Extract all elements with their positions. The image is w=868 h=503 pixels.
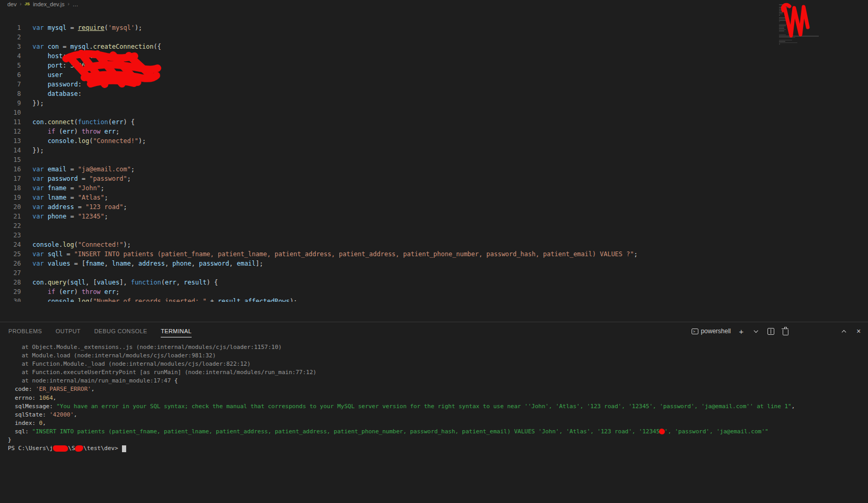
- terminal-icon: >: [692, 329, 698, 334]
- line-number: 27: [0, 268, 21, 278]
- editor-line: 11con.connect(function(err) {: [0, 117, 821, 127]
- code-text: var lname = "Atlas";: [32, 194, 108, 201]
- close-panel-button[interactable]: ×: [854, 327, 863, 335]
- editor-line: 21var phone = "12345";: [0, 212, 821, 221]
- terminal-line: at Module.load (node:internal/modules/cj…: [8, 352, 868, 360]
- line-number: 11: [0, 117, 21, 127]
- terminal-line: sqlMessage: "You have an error in your S…: [8, 402, 868, 411]
- code-text: var fname = "John";: [32, 184, 104, 192]
- terminal-text: at Function.executeUserEntryPoint [as ru…: [8, 369, 316, 376]
- line-number: 20: [0, 202, 21, 212]
- terminal-text: '42000': [49, 411, 73, 418]
- launch-profile-chevron-icon[interactable]: [752, 327, 760, 335]
- terminal-text: code:: [8, 386, 36, 392]
- terminal-text: at node:internal/main/run_main_module:17…: [8, 377, 174, 384]
- editor-line: 13 console.log("Connected!");: [0, 136, 821, 146]
- chevron-right-icon: ›: [20, 1, 21, 7]
- minimap-lines: [779, 4, 821, 45]
- code-text: var email = "ja@email.com";: [32, 166, 135, 173]
- breadcrumb-more[interactable]: …: [73, 1, 79, 7]
- code-editor[interactable]: 1var mysql = require('mysql');23var con …: [0, 8, 821, 302]
- code-text: user: [32, 71, 63, 79]
- terminal-line: code: 'ER_PARSE_ERROR',: [8, 385, 868, 393]
- panel-tab-debug-console[interactable]: DEBUG CONSOLE: [94, 325, 147, 337]
- code-text: con.query(sqll, [values], function(err, …: [32, 279, 218, 286]
- terminal-line: at Object.Module._extensions..js (node:i…: [8, 343, 868, 352]
- line-number: 29: [0, 287, 21, 297]
- code-text: database:: [32, 90, 85, 97]
- breadcrumb: dev › JS index_dev.js › …: [0, 0, 868, 8]
- bottom-panel: PROBLEMSOUTPUTDEBUG CONSOLETERMINAL > po…: [0, 322, 868, 503]
- editor-line: 6 user: [0, 70, 821, 80]
- line-number: 17: [0, 174, 21, 183]
- line-number: 30: [0, 297, 21, 302]
- line-number: 10: [0, 108, 21, 117]
- editor-line: 12 if (err) throw err;: [0, 127, 821, 136]
- editor-line: 1var mysql = require('mysql');: [0, 23, 821, 32]
- redaction-scribble: [53, 445, 68, 452]
- line-number: 18: [0, 183, 21, 193]
- editor-line: 20var address = "123 road";: [0, 202, 821, 212]
- chevron-right-icon: ›: [68, 1, 69, 7]
- code-text: var con = mysql.createConnection({: [32, 43, 161, 50]
- chevron-up-icon: [842, 330, 846, 334]
- kill-terminal-button[interactable]: [781, 327, 789, 335]
- panel-tab-terminal[interactable]: TERMINAL: [161, 325, 192, 337]
- split-icon: [767, 328, 774, 335]
- editor-line: 22: [0, 221, 821, 231]
- terminal[interactable]: at Object.Module._extensions..js (node:i…: [0, 340, 868, 503]
- trash-icon: [783, 330, 788, 335]
- editor-line: 9});: [0, 99, 821, 108]
- code-text: port: 3306,: [32, 62, 89, 69]
- code-text: host: "localhost",: [32, 52, 116, 60]
- code-text: if (err) throw err;: [32, 128, 119, 135]
- line-number: 1: [0, 23, 21, 32]
- terminal-text: \test\dev>: [83, 445, 121, 452]
- editor-line: 28con.query(sqll, [values], function(err…: [0, 278, 821, 287]
- editor-line: 2: [0, 32, 821, 42]
- code-text: con.connect(function(err) {: [32, 118, 135, 126]
- code-text: var mysql = require('mysql');: [32, 24, 142, 31]
- terminal-text: 1064: [39, 395, 53, 401]
- code-text: var values = [fname, lname, address, pho…: [32, 260, 263, 267]
- maximize-panel-button[interactable]: [840, 327, 848, 335]
- line-number: 15: [0, 155, 21, 165]
- terminal-text: ,: [74, 411, 77, 418]
- code-text: var phone = "12345";: [32, 213, 108, 220]
- line-number: 9: [0, 99, 21, 108]
- terminal-text: 'ER_PARSE_ERROR': [36, 386, 91, 392]
- terminal-line: sql: "INSERT INTO patients (patient_fnam…: [8, 428, 868, 436]
- editor-line: 4 host: "localhost",: [0, 51, 821, 61]
- editor-line: 30 console.log("Number of records insert…: [0, 297, 821, 302]
- line-number: 5: [0, 61, 21, 70]
- breadcrumb-file[interactable]: index_dev.js: [33, 1, 64, 7]
- terminal-shell-selector[interactable]: > powershell: [692, 327, 731, 335]
- line-number: 28: [0, 278, 21, 287]
- redaction-scribble: [75, 445, 83, 452]
- line-number: 8: [0, 89, 21, 99]
- split-terminal-button[interactable]: [766, 327, 775, 335]
- terminal-text: ', 'password', 'ja@email.com'": [664, 428, 769, 435]
- new-terminal-button[interactable]: +: [737, 327, 745, 335]
- breadcrumb-folder[interactable]: dev: [7, 1, 17, 7]
- terminal-text: at Module.load (node:internal/modules/cj…: [8, 352, 216, 359]
- panel-tab-output[interactable]: OUTPUT: [55, 325, 81, 337]
- editor-line: 29 if (err) throw err;: [0, 287, 821, 297]
- line-number: 7: [0, 80, 21, 89]
- line-number: 22: [0, 221, 21, 231]
- panel-tabs: PROBLEMSOUTPUTDEBUG CONSOLETERMINAL: [8, 325, 192, 337]
- shell-label: powershell: [701, 327, 731, 335]
- terminal-text: ,: [792, 403, 795, 410]
- editor-line: 25var sqll = "INSERT INTO patients (pati…: [0, 249, 821, 259]
- code-text: var password = "password";: [32, 175, 131, 182]
- line-number: 12: [0, 127, 21, 136]
- editor-line: 27: [0, 268, 821, 278]
- panel-tab-problems[interactable]: PROBLEMS: [8, 325, 42, 337]
- line-number: 14: [0, 146, 21, 155]
- editor-line: 23: [0, 231, 821, 240]
- minimap[interactable]: [779, 4, 821, 48]
- line-number: 26: [0, 259, 21, 268]
- code-text: console.log("Connected!");: [32, 241, 131, 248]
- editor-line: 16var email = "ja@email.com";: [0, 165, 821, 174]
- terminal-line: at Function.executeUserEntryPoint [as ru…: [8, 368, 868, 377]
